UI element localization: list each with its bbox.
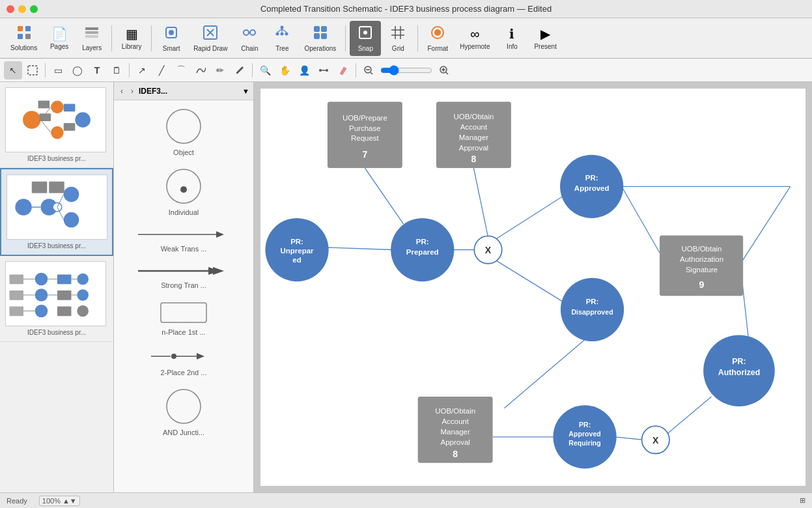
svg-point-46 — [51, 101, 64, 114]
shape-list: Object Individual — [114, 100, 253, 492]
operations-label: Operations — [304, 45, 336, 52]
search-tool[interactable]: 🔍 — [256, 61, 274, 79]
line-tool[interactable]: ╱ — [152, 61, 171, 79]
shape-and-junction-label: AND Juncti... — [163, 429, 204, 436]
maximize-button[interactable] — [30, 5, 38, 13]
layers-button[interactable]: Layers — [76, 21, 107, 56]
hypernote-button[interactable]: ∞ Hypernote — [455, 21, 495, 56]
svg-text:Signature: Signature — [686, 266, 718, 274]
select-tool[interactable]: ↖ — [4, 61, 22, 79]
text-tool[interactable]: T — [88, 61, 106, 79]
note-tool[interactable]: 🗒 — [107, 61, 126, 79]
shape-weak-trans-visual[interactable] — [138, 227, 229, 242]
svg-text:UOB/Obtain: UOB/Obtain — [682, 245, 722, 253]
smart-button[interactable]: Smart — [156, 21, 187, 56]
shape-item-strong-trans: Strong Tran ... — [120, 263, 247, 289]
canvas[interactable]: UOB/Prepare Purchase Request 7 UOB/Obtai… — [260, 89, 805, 486]
page-thumb-img-1 — [5, 87, 106, 152]
shape-panel-dropdown[interactable]: ▼ — [242, 87, 249, 95]
info-button[interactable]: ℹ Info — [496, 21, 527, 56]
svg-rect-52 — [64, 123, 76, 131]
ellipse-tool[interactable]: ◯ — [68, 61, 87, 79]
svg-point-70 — [35, 305, 48, 318]
shape-nplace-visual[interactable] — [158, 300, 210, 326]
shape-strong-trans-visual[interactable] — [138, 263, 229, 279]
grid-button[interactable]: Grid — [382, 21, 413, 56]
window-title: Completed Transition Schematic - IDEF3 b… — [260, 4, 552, 14]
tree-button[interactable]: Tree — [266, 21, 298, 56]
select2-tool[interactable] — [23, 61, 42, 79]
arrow-tool[interactable]: ↗ — [133, 61, 151, 79]
shape-item-and-junction: AND Juncti... — [120, 387, 247, 436]
toolbar-sep-3 — [345, 25, 346, 51]
snap-button[interactable]: Snap — [350, 21, 381, 56]
info-label: Info — [507, 43, 518, 50]
svg-rect-1 — [25, 26, 31, 31]
brush-tool[interactable] — [231, 61, 249, 79]
rapid-draw-icon — [203, 25, 218, 44]
shape-nav-back[interactable]: ‹ — [118, 85, 126, 97]
toolbar-sep-4 — [417, 25, 418, 51]
canvas-area[interactable]: UOB/Prepare Purchase Request 7 UOB/Obtai… — [254, 82, 812, 492]
shape-and-junction-visual[interactable] — [158, 387, 210, 426]
curve1-tool[interactable]: ⌒ — [172, 61, 190, 79]
rect-tool[interactable]: ▭ — [49, 61, 67, 79]
zoom-in-tool[interactable] — [435, 61, 453, 79]
svg-point-13 — [250, 30, 255, 35]
operations-button[interactable]: Operations — [299, 21, 341, 56]
svg-rect-23 — [321, 26, 327, 32]
pen-tool[interactable]: ✏ — [211, 61, 229, 79]
page-1-label: IDEF3 business pr... — [5, 155, 108, 162]
shape-individual-visual[interactable] — [158, 167, 210, 206]
zoom-value: 100% — [42, 497, 61, 505]
svg-text:X: X — [652, 435, 659, 445]
edge-uob9-right — [740, 186, 791, 264]
minimize-button[interactable] — [18, 5, 26, 13]
curve2-tool[interactable] — [191, 61, 210, 79]
svg-text:9: 9 — [699, 279, 705, 290]
shape-nav-forward[interactable]: › — [128, 85, 136, 97]
chain-button[interactable]: Chain — [234, 21, 265, 56]
svg-rect-2 — [18, 34, 23, 39]
shape-item-object: Object — [120, 107, 247, 156]
page-thumb-1[interactable]: IDEF3 business pr... — [0, 82, 113, 168]
format-button[interactable]: Format — [422, 21, 453, 56]
eraser-tool[interactable] — [334, 61, 352, 79]
svg-point-47 — [51, 126, 64, 139]
edge-x1-disapproved — [493, 259, 565, 303]
zoom-slider[interactable] — [380, 65, 432, 76]
svg-point-15 — [281, 25, 284, 29]
library-button[interactable]: ▦ Library — [116, 21, 147, 56]
zoom-control[interactable]: 100% ▲▼ — [39, 496, 80, 506]
tool-sep-3 — [252, 63, 253, 78]
hypernote-label: Hypernote — [460, 43, 490, 50]
svg-line-21 — [282, 29, 287, 32]
svg-rect-65 — [9, 275, 23, 285]
shape-twoplace-visual[interactable] — [151, 346, 216, 366]
hand-tool[interactable]: ✋ — [275, 61, 294, 79]
zoom-select[interactable]: 100% ▲▼ — [39, 496, 80, 506]
svg-rect-5 — [85, 31, 98, 34]
solutions-label: Solutions — [10, 44, 37, 51]
pages-button[interactable]: 📄 Pages — [44, 21, 75, 56]
svg-point-69 — [35, 289, 48, 302]
rapid-draw-button[interactable]: Rapid Draw — [188, 21, 232, 56]
main-toolbar: Solutions 📄 Pages Layers ▦ Library Smart… — [0, 18, 812, 59]
page-thumb-2[interactable]: IDEF3 business pr... — [0, 168, 113, 256]
present-button[interactable]: ▶ Present — [529, 21, 561, 56]
zoom-out-tool[interactable] — [359, 61, 378, 79]
svg-text:Authorized: Authorized — [718, 368, 761, 377]
solutions-button[interactable]: Solutions — [5, 21, 42, 56]
connect-tool[interactable] — [315, 61, 333, 79]
shape-object-visual[interactable] — [158, 107, 210, 146]
close-button[interactable] — [7, 5, 14, 13]
info-icon: ℹ — [509, 26, 514, 42]
main-area: IDEF3 business pr... IDEF3 business p — [0, 82, 812, 492]
edge-uob7-prepared — [365, 168, 403, 224]
user-tool[interactable]: 👤 — [295, 61, 313, 79]
page-thumb-3[interactable]: IDEF3 business pr... — [0, 256, 113, 342]
svg-marker-91 — [213, 267, 224, 275]
svg-text:PR:: PR: — [732, 357, 746, 366]
svg-text:8: 8 — [471, 154, 477, 164]
grid-icon — [390, 25, 406, 44]
